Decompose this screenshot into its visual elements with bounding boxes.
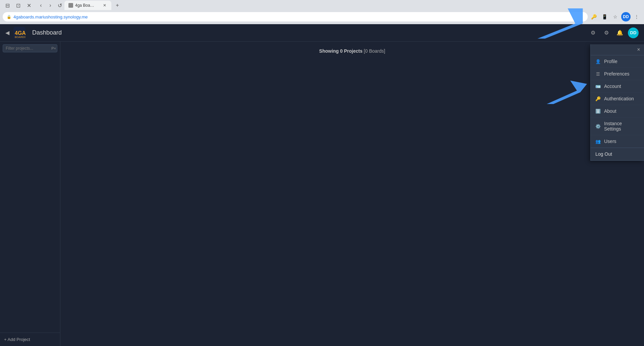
main-area: P× + Add Project Showing 0 Projects [0 B… [0, 42, 644, 346]
dropdown-label-instance-settings: Instance Settings [604, 121, 639, 132]
instance-settings-icon: ⚙️ [595, 124, 601, 129]
browser-menu-icon[interactable]: ⋮ [632, 12, 641, 21]
dropdown-item-profile[interactable]: 👤 Profile [591, 55, 644, 68]
browser-close[interactable]: ✕ [24, 1, 34, 10]
app-header: ◀ 4GA BOARDS Dashboard ⚙ ⚙ 🔔 DD [0, 24, 644, 42]
dropdown-label-account: Account [604, 84, 621, 89]
dropdown-header: × [591, 44, 644, 55]
account-icon: 🪪 [595, 84, 601, 89]
dropdown-label-users: Users [604, 139, 616, 144]
admin-icon-button[interactable]: ⚙ [601, 28, 612, 38]
settings-icon-button[interactable]: ⚙ [588, 28, 598, 38]
tab-bar: ⊟ ⊡ ✕ ‹ › ↺ 4ga Boa… ✕ + [0, 0, 644, 11]
address-bar-row: 🔒 4gaboards.mariushosting.synology.me 🔑 … [0, 11, 644, 23]
dashboard-main: Showing 0 Projects [0 Boards] [60, 42, 644, 346]
browser-minimize[interactable]: ⊟ [3, 1, 12, 10]
lock-icon: 🔒 [7, 15, 11, 19]
browser-profile-avatar[interactable]: DD [621, 12, 631, 21]
browser-restore[interactable]: ⊡ [13, 1, 23, 10]
sidebar-footer: + Add Project [0, 333, 60, 346]
dropdown-label-profile: Profile [604, 59, 618, 64]
sidebar-content [0, 55, 60, 333]
browser-tab[interactable]: 4ga Boa… ✕ [64, 1, 111, 10]
address-bar[interactable]: 🔒 4gaboards.mariushosting.synology.me [3, 12, 588, 21]
users-icon: 👥 [595, 139, 601, 144]
header-actions: ⚙ ⚙ 🔔 DD [588, 28, 639, 38]
logo-icon: 4GA BOARDS [13, 27, 25, 39]
browser-toolbar: 🔑 📱 ☆ DD ⋮ [589, 12, 641, 21]
dropdown-close-button[interactable]: × [635, 46, 643, 54]
send-to-devices-icon[interactable]: 📱 [600, 12, 609, 21]
avatar[interactable]: DD [628, 28, 639, 38]
add-project-button[interactable]: + Add Project [4, 337, 30, 342]
toggle-sidebar-button[interactable]: ◀ [5, 30, 9, 36]
authentication-icon: 🔑 [595, 96, 601, 101]
bookmark-icon[interactable]: ☆ [610, 12, 620, 21]
showing-count: Showing 0 Projects [319, 48, 363, 54]
new-tab-button[interactable]: + [113, 1, 122, 10]
filter-input-wrapper: P× [0, 42, 60, 55]
browser-chrome: ⊟ ⊡ ✕ ‹ › ↺ 4ga Boa… ✕ + 🔒 4gaboards.mar… [0, 0, 644, 24]
profile-icon: 👤 [595, 59, 601, 64]
dropdown-label-logout: Log Out [595, 151, 612, 157]
dropdown-item-authentication[interactable]: 🔑 Authentication [591, 93, 644, 105]
dropdown-label-authentication: Authentication [604, 96, 634, 101]
password-manager-icon[interactable]: 🔑 [589, 12, 598, 21]
sidebar: P× + Add Project [0, 42, 60, 346]
dropdown-item-about[interactable]: ℹ️ About [591, 105, 644, 117]
filter-projects-input[interactable] [3, 44, 57, 52]
showing-text: Showing 0 Projects [0 Boards] [319, 48, 385, 54]
dropdown-item-preferences[interactable]: ☰ Preferences [591, 68, 644, 80]
notifications-icon-button[interactable]: 🔔 [614, 28, 625, 38]
showing-detail: [0 Boards] [364, 48, 385, 54]
filter-clear-label: P× [51, 46, 56, 50]
dropdown-item-instance-settings[interactable]: ⚙️ Instance Settings [591, 117, 644, 135]
app-container: ◀ 4GA BOARDS Dashboard ⚙ ⚙ 🔔 DD P× [0, 24, 644, 346]
tab-favicon [68, 3, 73, 8]
url-text: 4gaboards.mariushosting.synology.me [13, 14, 584, 19]
svg-text:4GA: 4GA [15, 30, 25, 36]
dropdown-item-users[interactable]: 👥 Users [591, 135, 644, 148]
dropdown-item-account[interactable]: 🪪 Account [591, 80, 644, 93]
dropdown-item-logout[interactable]: Log Out [591, 148, 644, 160]
svg-text:BOARDS: BOARDS [15, 36, 25, 39]
user-dropdown-menu: × 👤 Profile ☰ Preferences 🪪 Account 🔑 Au… [590, 44, 644, 161]
dropdown-label-about: About [604, 108, 616, 114]
dropdown-label-preferences: Preferences [604, 71, 629, 77]
browser-forward[interactable]: › [46, 1, 55, 10]
browser-back[interactable]: ‹ [36, 1, 46, 10]
preferences-icon: ☰ [595, 71, 601, 77]
app-logo: 4GA BOARDS [13, 27, 25, 39]
tab-close-button[interactable]: ✕ [102, 3, 107, 8]
browser-reload[interactable]: ↺ [55, 1, 64, 10]
about-icon: ℹ️ [595, 109, 601, 114]
page-title: Dashboard [32, 29, 62, 36]
tab-title: 4ga Boa… [75, 3, 100, 8]
